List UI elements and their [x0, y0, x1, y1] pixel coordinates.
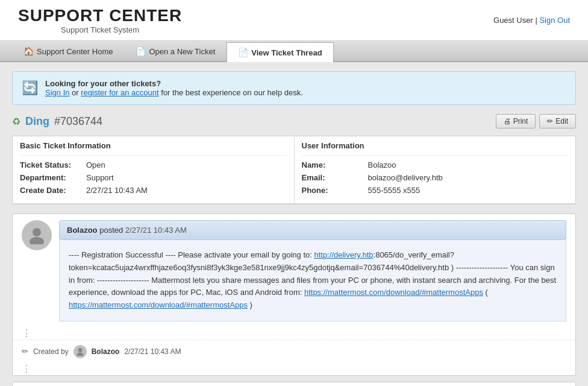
banner-icon: 🔄: [22, 80, 38, 96]
user-info-title: User Information: [302, 141, 569, 156]
name-row: Name: Bolazoo: [302, 160, 569, 169]
tab-new-ticket[interactable]: 📄 Open a New Ticket: [124, 41, 227, 61]
delivery-htb-link[interactable]: http://delivery.htb: [314, 250, 374, 259]
ticket-thread: Bolazoo posted 2/27/21 10:43 AM ---- Reg…: [12, 214, 576, 376]
svg-point-1: [30, 237, 44, 244]
print-button[interactable]: 🖨 Print: [496, 114, 536, 128]
date-row: Create Date: 2/27/21 10:43 AM: [20, 186, 287, 195]
email-row: Email: bolazoo@delivery.htb: [302, 173, 569, 182]
post-text-4: ): [248, 300, 252, 309]
main-content: 🔄 Looking for your other tickets? Sign I…: [0, 62, 588, 386]
basic-info-section: Basic Ticket Information Ticket Status: …: [13, 136, 295, 203]
site-subtitle: Support Ticket System: [18, 25, 182, 34]
post-text-1: ---- Registration Successful ---- Please…: [69, 250, 314, 259]
poster-name: Bolazoo: [67, 226, 98, 235]
edit-icon: ✏: [547, 117, 553, 125]
post-time: 2/27/21 10:43 AM: [125, 226, 187, 235]
banner-text: Looking for your other tickets? Sign In …: [45, 79, 303, 97]
basic-info-title: Basic Ticket Information: [20, 141, 287, 156]
user-info-section: User Information Name: Bolazoo Email: bo…: [295, 136, 576, 203]
name-value: Bolazoo: [368, 160, 396, 169]
post-header: Bolazoo posted 2/27/21 10:43 AM: [59, 220, 566, 240]
banner-suffix: for the best experience on our help desk…: [161, 88, 303, 97]
tab-home[interactable]: 🏠 Support Center Home: [12, 41, 124, 61]
pencil-icon: ✏: [22, 347, 28, 356]
post-footer: ✏ Created by Bolazoo 2/27/21 10:43 AM: [13, 340, 575, 363]
dept-label: Department:: [20, 173, 86, 182]
print-label: Print: [513, 117, 528, 125]
dept-value: Support: [86, 173, 114, 182]
logo: SUPPORT CENTER Support Ticket System: [18, 6, 182, 34]
phone-label: Phone:: [302, 186, 368, 195]
sign-in-link[interactable]: Sign In: [45, 88, 69, 97]
mattermost-link[interactable]: https://mattermost.com/download/#matterm…: [304, 288, 483, 297]
svg-point-0: [33, 228, 41, 236]
tab-home-label: Support Center Home: [37, 47, 113, 56]
footer-avatar: [74, 345, 87, 358]
edit-button[interactable]: ✏ Edit: [539, 114, 576, 128]
email-value: bolazoo@delivery.htb: [368, 173, 443, 182]
post-wrapper: Bolazoo posted 2/27/21 10:43 AM ---- Reg…: [13, 214, 575, 327]
dept-row: Department: Support: [20, 173, 287, 182]
status-row: Ticket Status: Open: [20, 160, 287, 169]
register-link[interactable]: register for an account: [81, 88, 158, 97]
header: SUPPORT CENTER Support Ticket System Gue…: [0, 0, 588, 41]
post-header-info: Bolazoo posted 2/27/21 10:43 AM: [67, 226, 187, 235]
nav-tabs: 🏠 Support Center Home 📄 Open a New Ticke…: [0, 41, 588, 62]
status-value: Open: [86, 160, 105, 169]
home-icon: 🏠: [23, 46, 34, 56]
avatar: [22, 220, 52, 250]
banner-or: or: [72, 88, 81, 97]
footer-avatar-icon: [76, 347, 84, 356]
info-banner: 🔄 Looking for your other tickets? Sign I…: [12, 71, 576, 105]
ticket-title: ♻ Ding #7036744: [12, 115, 102, 128]
printer-icon: 🖨: [504, 117, 511, 125]
date-label: Create Date:: [20, 186, 86, 195]
sign-out-link[interactable]: Sign Out: [539, 16, 570, 25]
created-by-label: Created by: [33, 347, 69, 356]
ticket-number: #7036744: [54, 115, 102, 128]
separator: |: [535, 16, 537, 25]
banner-heading: Looking for your other tickets?: [45, 79, 161, 88]
dots-divider: ⋮: [13, 327, 575, 340]
ticket-title-row: ♻ Ding #7036744 🖨 Print ✏ Edit: [12, 114, 576, 128]
avatar-icon: [28, 226, 46, 244]
posted-label: posted: [99, 226, 125, 235]
footer-created-date: 2/27/21 10:43 AM: [124, 347, 181, 356]
email-label: Email:: [302, 173, 368, 182]
name-label: Name:: [302, 160, 368, 169]
phone-row: Phone: 555-5555 x555: [302, 186, 569, 195]
refresh-icon: ♻: [12, 116, 20, 127]
guest-user-label: Guest User: [493, 16, 533, 25]
user-info: Guest User | Sign Out: [493, 16, 570, 25]
tab-new-ticket-label: Open a New Ticket: [149, 47, 215, 56]
tab-view-thread-label: View Ticket Thread: [251, 48, 322, 57]
bottom-section: [12, 382, 576, 386]
site-title: SUPPORT CENTER: [18, 6, 182, 25]
ticket-name: Ding: [25, 115, 49, 128]
new-ticket-icon: 📄: [136, 46, 146, 56]
date-value: 2/27/21 10:43 AM: [86, 186, 148, 195]
tab-view-thread[interactable]: 📄 View Ticket Thread: [227, 42, 333, 62]
mattermost-link-2[interactable]: https://mattermost.com/download/#matterm…: [69, 300, 248, 309]
dots-divider-2: ⋮: [13, 363, 575, 375]
status-label: Ticket Status:: [20, 160, 86, 169]
post-body: ---- Registration Successful ---- Please…: [59, 240, 566, 321]
edit-label: Edit: [555, 117, 568, 125]
svg-point-2: [78, 348, 82, 352]
post-text-3: (: [483, 288, 488, 297]
info-table: Basic Ticket Information Ticket Status: …: [12, 136, 576, 204]
post-content: Bolazoo posted 2/27/21 10:43 AM ---- Reg…: [59, 220, 566, 321]
view-thread-icon: 📄: [238, 48, 248, 57]
ticket-actions: 🖨 Print ✏ Edit: [496, 114, 576, 128]
footer-creator-name: Bolazoo: [92, 347, 120, 356]
svg-point-3: [77, 352, 83, 356]
phone-value: 555-5555 x555: [368, 186, 421, 195]
